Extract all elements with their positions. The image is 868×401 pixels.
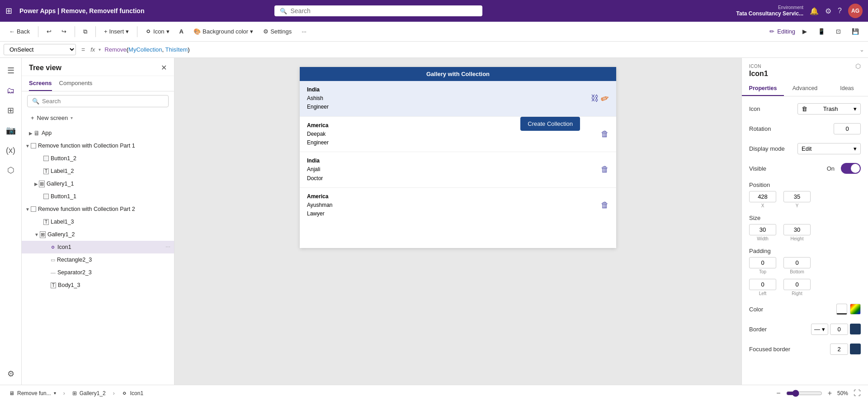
border-style-select[interactable]: — ▾ (811, 324, 828, 335)
delete-icon-2[interactable]: 🗑 (601, 165, 609, 174)
zoom-out-button[interactable]: − (774, 388, 782, 398)
visible-toggle[interactable] (841, 163, 861, 174)
notification-icon[interactable]: 🔔 (810, 7, 819, 15)
tree-item-button1-2[interactable]: Button1_2 (22, 152, 174, 165)
tree-item-label1-3[interactable]: T Label1_3 (22, 215, 174, 228)
border-color-swatch[interactable] (850, 324, 861, 334)
pad-top-input[interactable] (749, 257, 776, 268)
padding-lr: Left Right (749, 279, 811, 296)
color-picker-icon[interactable] (850, 304, 861, 315)
tree-close-icon[interactable]: ✕ (161, 63, 167, 72)
formula-expand-icon[interactable]: ⌄ (859, 46, 864, 53)
tree-item-sep2-3[interactable]: — Separator2_3 (22, 266, 174, 279)
tree-item-body1-3[interactable]: T Body1_3 (22, 279, 174, 291)
pencil-icon-0: ✏ (599, 91, 611, 105)
size-h-label: Height (783, 236, 811, 241)
tree-search-input[interactable] (42, 98, 164, 105)
tree-item-rect2-3[interactable]: ▭ Rectangle2_3 (22, 253, 174, 266)
right-panel-top: ICON ⬡ (742, 58, 868, 70)
focused-border-color-swatch[interactable] (850, 344, 861, 354)
global-search-box[interactable]: 🔍 (274, 5, 482, 16)
sidebar-home-icon[interactable]: ☰ (2, 62, 20, 80)
focused-border-input[interactable] (830, 344, 848, 355)
icon-prop-value[interactable]: 🗑 Trash ▾ (797, 103, 861, 115)
delete-icon-1[interactable]: 🗑 (601, 129, 609, 139)
size-w-input[interactable] (749, 224, 776, 235)
right-tab-advanced[interactable]: Advanced (784, 81, 826, 96)
create-collection-button[interactable]: Create Collection (520, 117, 580, 131)
help-icon[interactable]: ? (838, 7, 842, 15)
redo-button[interactable]: ↪ (58, 26, 70, 37)
formula-text[interactable]: Remove(MyCollection, ThisItem) (104, 46, 856, 53)
gallery1-chevron[interactable]: ▶ (34, 181, 38, 186)
new-screen-button[interactable]: + New screen ▾ (27, 113, 76, 123)
insert-button[interactable]: + Insert ▾ (100, 26, 132, 37)
tree-item-remove2[interactable]: ▼ Remove function with Collection Part 2 (22, 203, 174, 215)
pos-y-label: Y (783, 203, 811, 208)
device-view-button[interactable]: 📱 (814, 26, 829, 37)
color-text-swatch[interactable] (836, 304, 847, 315)
sidebar-variables-icon[interactable]: (x) (2, 141, 20, 159)
breadcrumb-gallery[interactable]: ⊞ Gallery1_2 (69, 389, 109, 398)
sidebar-controls-icon[interactable]: ⬡ (2, 161, 20, 179)
more-button[interactable]: ··· (298, 26, 310, 37)
back-button[interactable]: ← Back (5, 26, 33, 37)
sidebar-tree-icon[interactable]: 🗂 (2, 81, 20, 100)
tab-components[interactable]: Components (59, 80, 93, 91)
app-chevron[interactable]: ▶ (29, 131, 33, 136)
settings-icon[interactable]: ⚙ (825, 7, 831, 15)
sidebar-data-icon[interactable]: ⊞ (2, 101, 20, 119)
remove1-chevron[interactable]: ▼ (25, 143, 30, 148)
right-panel-expand-icon[interactable]: ⬡ (855, 62, 861, 70)
border-label: Border (749, 326, 767, 333)
remove2-chevron[interactable]: ▼ (25, 207, 30, 212)
size-h-input[interactable] (783, 224, 811, 235)
display-mode-value[interactable]: Edit ▾ (797, 143, 861, 154)
pad-left-input[interactable] (749, 279, 776, 290)
fit-icon[interactable]: ⛶ (852, 388, 863, 398)
pad-bottom-input[interactable] (783, 257, 811, 268)
expand-button[interactable]: ⊡ (832, 26, 844, 37)
copy-button[interactable]: ⧉ (80, 26, 91, 37)
gallery2-chevron[interactable]: ▼ (34, 232, 39, 237)
rotation-input[interactable] (834, 123, 861, 134)
tree-item-button1-1[interactable]: Button1_1 (22, 190, 174, 203)
border-width-input[interactable] (830, 324, 848, 335)
tree-item-app[interactable]: ▶ 🖥 App (22, 127, 174, 139)
zoom-slider[interactable] (786, 390, 822, 397)
icon-button[interactable]: ⭘ Icon ▾ (142, 26, 173, 37)
sidebar-media-icon[interactable]: 📷 (2, 121, 20, 139)
icon1-more[interactable]: ⋯ (165, 244, 170, 250)
delete-icon-3[interactable]: 🗑 (601, 200, 609, 210)
tree-search-box[interactable]: 🔍 (27, 95, 169, 107)
undo-button[interactable]: ↩ (43, 26, 55, 37)
formula-selector[interactable]: OnSelect (4, 44, 76, 55)
focused-border-label: Focused border (749, 346, 790, 353)
sidebar-settings-icon[interactable]: ⚙ (2, 365, 20, 383)
row-2-name: Anjali (307, 165, 323, 174)
tab-screens[interactable]: Screens (29, 80, 52, 91)
editing-button[interactable]: ✏ Editing (769, 28, 795, 35)
breadcrumb-screen[interactable]: 🖥 Remove fun... ▾ (5, 389, 60, 398)
pos-y-input[interactable] (783, 191, 811, 202)
zoom-in-button[interactable]: + (826, 388, 834, 398)
breadcrumb-icon[interactable]: ⭘ Icon1 (118, 389, 147, 398)
tree-item-gallery1-2[interactable]: ▼ ⊞ Gallery1_2 (22, 228, 174, 241)
tree-item-icon1[interactable]: ⭘ Icon1 ⋯ (22, 241, 174, 253)
right-tab-ideas[interactable]: Ideas (826, 81, 868, 96)
save-button[interactable]: 💾 (848, 26, 863, 37)
visible-on-label: On (827, 165, 835, 172)
tree-item-remove1[interactable]: ▼ Remove function with Collection Part 1 (22, 139, 174, 152)
right-tab-properties[interactable]: Properties (742, 81, 784, 96)
settings-button[interactable]: ⚙ Settings (259, 26, 295, 37)
pos-x-input[interactable] (749, 191, 776, 202)
pad-right-input[interactable] (783, 279, 811, 290)
background-color-button[interactable]: 🎨 Background color ▾ (190, 26, 257, 37)
avatar[interactable]: AG (848, 4, 863, 18)
tree-item-gallery1-1[interactable]: ▶ ⊞ Gallery1_1 (22, 177, 174, 190)
border-controls: — ▾ (811, 324, 861, 335)
tree-item-label1-2[interactable]: T Label1_2 (22, 165, 174, 177)
global-search-input[interactable] (291, 7, 477, 14)
font-button[interactable]: A (176, 26, 187, 37)
preview-button[interactable]: ▶ (799, 26, 811, 37)
